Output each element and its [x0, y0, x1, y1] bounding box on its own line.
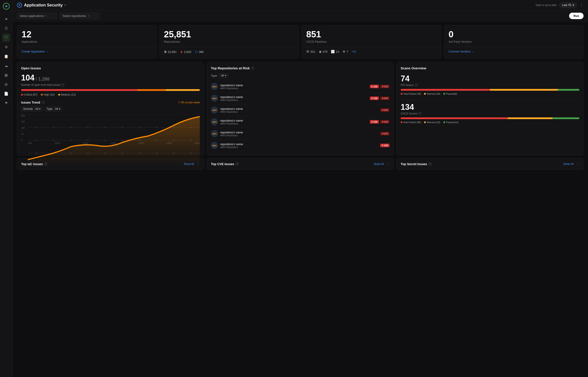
- pr-pass-legend: Passed(6): [443, 93, 457, 95]
- product-logo-icon: [17, 2, 22, 8]
- repo-info: repository's name AWS Repository: [220, 119, 369, 125]
- sidebar-item-flag[interactable]: ⚑: [2, 99, 10, 107]
- repo-select-chevron: ▾: [88, 15, 89, 17]
- trend-help-icon[interactable]: ?: [42, 101, 45, 104]
- cve-show-all[interactable]: Show All: [374, 163, 384, 165]
- cicd-fail-legend: Hard Failed (98): [401, 121, 421, 124]
- sidebar-item-settings[interactable]: ⚙: [2, 43, 10, 51]
- open-issues-count: 104: [21, 73, 35, 82]
- repos-type-label: Type: [211, 74, 217, 77]
- repo-type: AWS Repository: [220, 110, 379, 113]
- sidebar-item-shield[interactable]: 🛡: [2, 34, 10, 42]
- aws-logo: aws: [211, 106, 218, 114]
- run-button[interactable]: Run: [569, 13, 584, 19]
- svg-point-22: [122, 140, 123, 141]
- pr-scans-block: 74 PR Scans ? Hard Failed (38): [401, 74, 579, 95]
- create-application-link[interactable]: Create Application →: [22, 50, 152, 53]
- medium-legend: Medium (21): [58, 93, 76, 96]
- cicd-warn-dot: [424, 121, 426, 123]
- pipe2-count-value: 270: [323, 50, 328, 53]
- sidebar-item-list[interactable]: ☰: [2, 24, 10, 32]
- cicd-pass-bar: [553, 117, 579, 119]
- pr-warn-bar: [490, 89, 558, 91]
- pipe1-icon: ⌘: [306, 50, 309, 53]
- repo-row: aws repository's name AWS Repository C13…: [211, 81, 390, 93]
- svg-point-8: [53, 127, 54, 128]
- open-issues-help-icon[interactable]: ?: [61, 83, 64, 86]
- aws-logo: aws: [211, 142, 218, 149]
- scans-overview-section: Scans Overview 74 PR Scans ?: [396, 62, 584, 155]
- repo-name: repository's name: [220, 83, 369, 87]
- high-badge: H233: [380, 132, 390, 135]
- cicd-scans-help-icon[interactable]: ?: [418, 112, 422, 115]
- cicd-scans-block: 134 CI/CD Scans ? Hard Failed (98): [401, 103, 579, 124]
- cve-help-icon[interactable]: ?: [236, 163, 239, 165]
- repo-select-placeholder: Select repositories: [62, 14, 86, 18]
- sidebar-item-star[interactable]: ★: [2, 15, 10, 23]
- repo-select[interactable]: Select repositories ▾: [59, 13, 100, 19]
- severity-filter[interactable]: Severity All ▾: [21, 106, 42, 111]
- pr-scans-number: 74: [401, 74, 579, 83]
- sidebar-item-grid[interactable]: ▦: [2, 71, 10, 79]
- github-count-value: 22,851: [168, 50, 177, 54]
- title-chevron-icon[interactable]: ▾: [64, 4, 66, 7]
- medium-bar: [166, 89, 200, 91]
- cicd-pass-legend: Passed(16): [443, 121, 459, 124]
- high-badge: H233: [380, 85, 390, 88]
- pr-fail-bar: [401, 89, 490, 91]
- svg-point-7: [36, 127, 37, 128]
- pipe1-count: ⌘ 521: [306, 50, 315, 53]
- time-selector-button[interactable]: Last 7D ▾: [559, 2, 577, 8]
- sidebar-item-file[interactable]: 📄: [2, 90, 10, 98]
- repo-row: aws repository's name AWS Repository C13…: [211, 140, 390, 151]
- pr-scans-help-icon[interactable]: ?: [415, 83, 418, 87]
- critical-dot: [21, 94, 23, 95]
- vendors-number: 0: [449, 30, 579, 39]
- svg-point-27: [36, 153, 37, 154]
- applications-number: 12: [22, 30, 152, 39]
- repositories-number: 25,851: [164, 30, 294, 39]
- header-more-icon[interactable]: ⋮: [579, 3, 584, 8]
- gitlab-count: ◈ 2,620: [180, 50, 191, 54]
- secret-help-icon[interactable]: ?: [428, 163, 432, 165]
- repo-info: repository's name AWS Repository: [220, 95, 369, 101]
- repo-info: repository's name AWS Repository: [220, 83, 369, 90]
- repositories-card: 25,851 Repositories ⊛ 22,851 ◈ 2,620 ⬡ 3…: [159, 25, 299, 59]
- sidebar-item-cloud[interactable]: ☁: [2, 62, 10, 70]
- page-title: Application Security: [24, 3, 63, 8]
- repo-name: repository's name: [220, 107, 379, 110]
- cicd-pass-dot: [443, 121, 445, 123]
- type-filter[interactable]: Type All ▾: [45, 106, 62, 111]
- pipe4-count-value: 7: [346, 50, 348, 53]
- applications-label: Applications: [22, 40, 152, 43]
- open-issues-progress-bar: [21, 89, 200, 91]
- svg-point-13: [139, 127, 140, 128]
- cve-more-icon[interactable]: ⋮: [386, 162, 390, 166]
- secret-more-icon[interactable]: ⋮: [576, 162, 579, 166]
- header-left: Application Security ▾: [17, 2, 66, 8]
- pipeline-more-badge: +12: [352, 50, 356, 53]
- cicd-scans-bar: [401, 117, 579, 119]
- repos-type-select[interactable]: All ▾: [219, 73, 228, 78]
- secret-show-all[interactable]: Show All: [563, 163, 574, 165]
- pipe4-count: ❋ 7: [343, 50, 348, 53]
- open-issues-title: Open Issues: [21, 66, 200, 70]
- svg-point-19: [70, 140, 71, 141]
- github-count: ⊛ 22,851: [164, 50, 177, 54]
- data-status-text: Data is up to date: [536, 4, 557, 7]
- gitlab-count-value: 2,620: [184, 50, 191, 54]
- app-logo[interactable]: [3, 3, 10, 10]
- pr-warn-dot: [424, 93, 426, 95]
- open-issues-sublabel: Number of open from total issues ?: [21, 83, 200, 86]
- pipelines-label: CI/CD Pipelines: [306, 40, 437, 43]
- sidebar-item-stack[interactable]: ⊞: [2, 80, 10, 88]
- scans-title: Scans Overview: [401, 66, 579, 70]
- aws-logo: aws: [211, 118, 218, 125]
- cicd-fail-bar: [401, 117, 508, 119]
- top-repos-help-icon[interactable]: ?: [251, 67, 254, 70]
- connect-vendors-link[interactable]: Connect Vendors →: [449, 50, 579, 53]
- repo-info: repository's name AWS Repository: [220, 107, 379, 113]
- sidebar-item-calendar[interactable]: 📋: [2, 52, 10, 60]
- app-select[interactable]: Select applications ▾: [17, 13, 57, 19]
- bottom-grid: Open Issues 104 / 1,288 Number of open f…: [17, 62, 584, 155]
